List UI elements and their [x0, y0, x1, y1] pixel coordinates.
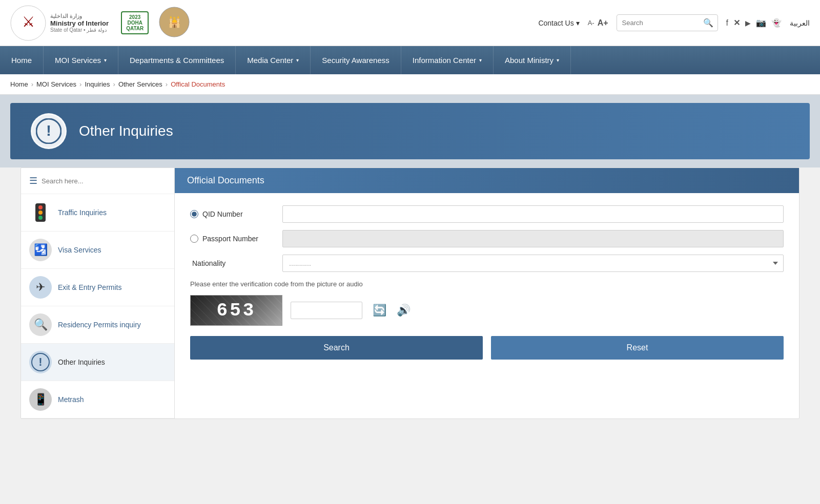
search-submit-button[interactable]: Search	[190, 336, 483, 360]
metrash-icon: 📱	[29, 388, 52, 411]
contact-us-button[interactable]: Contact Us ▾	[538, 19, 579, 27]
captcha-input[interactable]	[291, 302, 362, 319]
audio-icon: 🔊	[397, 304, 411, 317]
captcha-image: 653	[190, 295, 282, 326]
traffic-icon	[29, 201, 52, 224]
page-banner: ! Other Inquiries	[10, 103, 810, 159]
exit-icon: ✈	[29, 276, 52, 299]
traffic-label: Traffic Inquiries	[58, 208, 107, 217]
breadcrumb-sep-2: ›	[79, 80, 81, 88]
form-header: Official Documents	[175, 168, 799, 193]
expo-badge: 2023 DOHA QATAR	[121, 11, 149, 34]
visa-label: Visa Services	[58, 246, 101, 254]
ministry-text: وزارة الداخلية Ministry of Interior Stat…	[50, 13, 109, 33]
nav-info-arrow-icon: ▾	[479, 57, 482, 63]
sidebar-item-residency[interactable]: 🔍 Residency Permits inquiry	[21, 306, 174, 344]
font-decrease-button[interactable]: A-	[588, 19, 594, 27]
captcha-audio-button[interactable]: 🔊	[395, 302, 413, 319]
captcha-instruction: Please enter the verification code from …	[190, 280, 784, 288]
sidebar-item-traffic[interactable]: Traffic Inquiries	[21, 194, 174, 232]
main-navigation: Home MOI Services ▾ Departments & Commit…	[0, 46, 820, 74]
nav-security-awareness[interactable]: Security Awareness	[311, 46, 401, 74]
svg-text:🕌: 🕌	[168, 16, 181, 28]
form-buttons: Search Reset	[190, 336, 784, 360]
form-area: Official Documents QID Number Passport N…	[175, 168, 799, 418]
residency-icon: 🔍	[29, 313, 52, 336]
breadcrumb-home[interactable]: Home	[10, 80, 28, 88]
nav-home[interactable]: Home	[0, 46, 44, 74]
font-increase-button[interactable]: A+	[598, 18, 608, 28]
hamburger-menu-icon[interactable]: ☰	[29, 175, 37, 186]
breadcrumb-current: Offical Documents	[171, 80, 225, 88]
other-icon: !	[29, 351, 52, 373]
reset-button[interactable]: Reset	[491, 336, 784, 360]
search-input[interactable]	[617, 16, 699, 30]
instagram-icon[interactable]: 📷	[756, 18, 766, 28]
residency-label: Residency Permits inquiry	[58, 321, 141, 329]
other-label: Other Inquiries	[58, 358, 105, 366]
captcha-actions: 🔄 🔊	[371, 302, 413, 319]
passport-radio[interactable]	[190, 235, 198, 243]
captcha-refresh-button[interactable]: 🔄	[371, 302, 388, 319]
passport-row: Passport Number	[190, 230, 784, 247]
nav-about-arrow-icon: ▾	[557, 57, 559, 63]
svg-text:!: !	[38, 355, 42, 368]
facebook-icon[interactable]: f	[726, 18, 728, 28]
form-body: QID Number Passport Number Nationality	[175, 193, 799, 372]
nav-media-arrow-icon: ▾	[296, 57, 299, 63]
visa-icon: 🛂	[29, 239, 52, 261]
sidebar-item-exit[interactable]: ✈ Exit & Entry Permits	[21, 269, 174, 306]
nav-information-center[interactable]: Information Center ▾	[401, 46, 494, 74]
top-bar: ⚔ وزارة الداخلية Ministry of Interior St…	[0, 0, 820, 46]
ministry-logo-icon: ⚔	[10, 5, 46, 41]
main-content: ☰ Traffic Inquiries 🛂 V	[20, 167, 799, 419]
qid-radio[interactable]	[190, 210, 198, 218]
exit-label: Exit & Entry Permits	[58, 283, 121, 291]
sidebar-search-input[interactable]	[42, 177, 166, 185]
youtube-icon[interactable]: ▶	[745, 19, 751, 27]
sidebar-item-visa[interactable]: 🛂 Visa Services	[21, 232, 174, 269]
breadcrumb-other-services[interactable]: Other Services	[118, 80, 162, 88]
ministry-logo: ⚔ وزارة الداخلية Ministry of Interior St…	[10, 5, 109, 41]
breadcrumb-moi-services[interactable]: MOI Services	[36, 80, 76, 88]
arabic-language-link[interactable]: العربية	[790, 19, 810, 27]
svg-text:!: !	[46, 122, 51, 139]
sidebar-item-other[interactable]: ! Other Inquiries	[21, 344, 174, 381]
nav-moi-arrow-icon: ▾	[104, 57, 107, 63]
qid-radio-label[interactable]: QID Number	[190, 210, 282, 218]
sidebar-search-area: ☰	[21, 168, 174, 194]
qid-input[interactable]	[282, 205, 784, 223]
snapchat-icon[interactable]: 👻	[771, 18, 782, 28]
breadcrumb-sep-3: ›	[113, 80, 115, 88]
nav-moi-services[interactable]: MOI Services ▾	[44, 46, 118, 74]
sidebar-item-metrash[interactable]: 📱 Metrash	[21, 381, 174, 418]
nav-departments[interactable]: Departments & Committees	[118, 46, 236, 74]
passport-input[interactable]	[282, 230, 784, 247]
font-size-controls: A- A+	[588, 18, 608, 28]
qid-row: QID Number	[190, 205, 784, 223]
nationality-select[interactable]: ...........	[282, 255, 784, 272]
nationality-label: Nationality	[190, 259, 282, 267]
search-button[interactable]: 🔍	[699, 15, 717, 31]
banner-wrapper: ! Other Inquiries	[0, 95, 820, 167]
top-right-controls: Contact Us ▾ A- A+ 🔍 f ✕ ▶ 📷 👻 العربية	[538, 14, 810, 31]
contact-arrow-icon: ▾	[576, 19, 580, 27]
nav-media-center[interactable]: Media Center ▾	[236, 46, 311, 74]
search-bar: 🔍	[617, 14, 718, 31]
breadcrumb-sep-4: ›	[166, 80, 168, 88]
breadcrumb-inquiries[interactable]: Inquiries	[85, 80, 110, 88]
page-title: Other Inquiries	[79, 123, 173, 139]
nationality-row: Nationality ...........	[190, 255, 784, 272]
exclamation-icon: !	[36, 118, 61, 144]
twitter-icon[interactable]: ✕	[733, 18, 740, 28]
breadcrumb-sep-1: ›	[31, 80, 33, 88]
captcha-row: 653 🔄 🔊	[190, 295, 784, 326]
refresh-icon: 🔄	[373, 304, 386, 317]
logo-area: ⚔ وزارة الداخلية Ministry of Interior St…	[10, 5, 190, 41]
content-wrapper: ☰ Traffic Inquiries 🛂 V	[0, 167, 820, 439]
secondary-logo: 🕌	[159, 7, 190, 39]
banner-icon: !	[31, 113, 67, 149]
passport-radio-label[interactable]: Passport Number	[190, 235, 282, 243]
nav-about-ministry[interactable]: About Ministry ▾	[494, 46, 571, 74]
secondary-logo-icon: 🕌	[159, 7, 190, 37]
